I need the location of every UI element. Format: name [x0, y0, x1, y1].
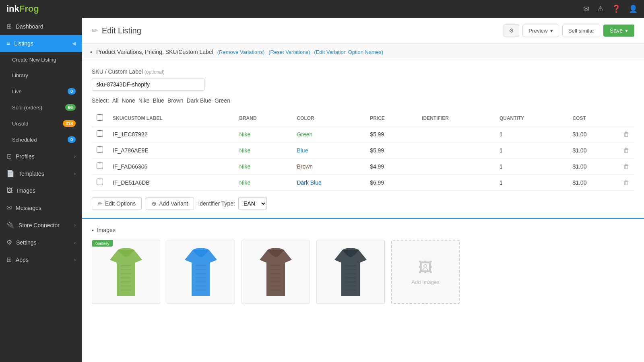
sidebar-item-label: Messages — [16, 205, 41, 211]
add-variant-button[interactable]: ⊕ Add Variant — [146, 197, 194, 210]
sidebar-item-label: Unsold — [12, 121, 28, 127]
delete-row-button[interactable]: 🗑 — [623, 179, 630, 186]
sku-input[interactable] — [92, 78, 204, 91]
table-row: IF_A786AE9E Nike Blue $5.99 1 $1.00 🗑 — [92, 142, 634, 158]
edit-names-link[interactable]: (Edit Variation Option Names) — [314, 49, 383, 55]
sidebar-item-label: Create New Listing — [12, 57, 56, 63]
edit-options-label: Edit Options — [105, 200, 136, 207]
plus-icon: ⊕ — [152, 200, 157, 207]
user-icon[interactable]: 👤 — [629, 4, 638, 13]
store-connector-icon: 🔌 — [6, 221, 14, 229]
col-color: COLOR — [292, 110, 365, 126]
image-card-2[interactable] — [242, 240, 310, 304]
brand-cell: Nike — [234, 158, 292, 175]
col-price: PRICE — [365, 110, 417, 126]
price-cell: $5.99 — [365, 126, 417, 142]
row-checkbox-1[interactable] — [97, 146, 103, 153]
mail-icon[interactable]: ✉ — [583, 4, 589, 13]
reset-variations-link[interactable]: (Reset Variations) — [268, 49, 310, 55]
images-section: ▪ Images Gallery — [82, 219, 644, 312]
sidebar: ⊞ Dashboard ≡ Listings ◀ Create New List… — [0, 18, 82, 362]
sidebar-item-label: Dashboard — [16, 23, 43, 30]
quantity-cell: 1 — [495, 126, 568, 142]
chevron-right-icon5: › — [74, 257, 76, 263]
preview-button[interactable]: Preview ▾ — [522, 25, 559, 37]
select-nike-link[interactable]: Nike — [138, 97, 150, 104]
gear-button[interactable]: ⚙ — [504, 24, 519, 37]
sidebar-item-label: Apps — [16, 257, 29, 263]
sidebar-item-live[interactable]: Live 0 — [0, 83, 82, 99]
identifier-type-label: Identifier Type: — [198, 200, 235, 207]
edit-options-button[interactable]: ✏ Edit Options — [92, 197, 142, 210]
brand-cell: Nike — [234, 142, 292, 158]
help-icon[interactable]: ❓ — [612, 4, 621, 13]
variations-title: Product Variations, Pricing, SKU/Custom … — [96, 49, 213, 55]
live-badge: 0 — [68, 88, 76, 95]
row-checkbox-2[interactable] — [97, 162, 103, 169]
save-button[interactable]: Save ▾ — [603, 25, 634, 37]
sidebar-item-messages[interactable]: ✉ Messages — [0, 199, 82, 216]
select-all-link[interactable]: All — [112, 97, 119, 104]
sidebar-item-settings[interactable]: ⚙ Settings › — [0, 234, 82, 251]
identifier-type-select[interactable]: EAN UPC ISBN — [238, 197, 267, 210]
brand-cell: Nike — [234, 126, 292, 142]
remove-variations-link[interactable]: (Remove Variations) — [217, 49, 265, 55]
sku-cell: IF_FAD66306 — [108, 158, 234, 175]
sidebar-item-unsold[interactable]: Unsold 318 — [0, 115, 82, 132]
page-title: Edit Listing — [102, 26, 504, 35]
variations-body: SKU / Custom Label (optional) Select: Al… — [82, 60, 644, 218]
table-row: IF_FAD66306 Nike Brown $4.99 1 $1.00 🗑 — [92, 158, 634, 175]
sidebar-item-sold-orders[interactable]: Sold (orders) 66 — [0, 99, 82, 115]
preview-label: Preview — [528, 28, 547, 34]
sell-similar-button[interactable]: Sell similar — [562, 25, 600, 37]
col-sku: SKU/CUSTOM LABEL — [108, 110, 234, 126]
alert-icon[interactable]: ⚠ — [597, 4, 604, 13]
variations-section-header: ▪ Product Variations, Pricing, SKU/Custo… — [82, 44, 644, 60]
sku-cell: IF_DE51A6DB — [108, 175, 234, 191]
add-images-card[interactable]: 🖼 Add Images — [391, 240, 460, 304]
col-identifier: IDENTIFIER — [417, 110, 495, 126]
sidebar-item-scheduled[interactable]: Scheduled 0 — [0, 132, 82, 148]
sidebar-item-create-new-listing[interactable]: Create New Listing — [0, 52, 82, 68]
cost-cell: $1.00 — [568, 142, 618, 158]
sidebar-item-store-connector[interactable]: 🔌 Store Connector › — [0, 216, 82, 234]
chevron-right-icon2: › — [74, 171, 76, 177]
save-dropdown-icon: ▾ — [625, 27, 628, 34]
select-row: Select: All None Nike Blue Brown Dark Bl… — [92, 97, 634, 104]
select-blue-link[interactable]: Blue — [153, 97, 164, 104]
col-quantity: QUANTITY — [495, 110, 568, 126]
main-layout: ⊞ Dashboard ≡ Listings ◀ Create New List… — [0, 18, 644, 362]
templates-icon: 📄 — [6, 170, 14, 177]
row-checkbox-3[interactable] — [97, 179, 103, 185]
select-green-link[interactable]: Green — [215, 97, 230, 104]
add-variant-label: Add Variant — [159, 200, 188, 207]
sidebar-item-apps[interactable]: ⊞ Apps › — [0, 251, 82, 268]
select-brown-link[interactable]: Brown — [167, 97, 184, 104]
sku-label: SKU / Custom Label (optional) — [92, 68, 634, 75]
image-card-1[interactable] — [167, 240, 235, 304]
quantity-cell: 1 — [495, 142, 568, 158]
table-actions: ✏ Edit Options ⊕ Add Variant Identifier … — [92, 197, 634, 210]
sidebar-item-listings[interactable]: ≡ Listings ◀ — [0, 35, 82, 52]
sidebar-item-images[interactable]: 🖼 Images — [0, 182, 82, 199]
delete-row-button[interactable]: 🗑 — [623, 131, 630, 138]
sidebar-item-templates[interactable]: 📄 Templates › — [0, 165, 82, 182]
sidebar-item-label: Store Connector — [19, 222, 60, 228]
row-checkbox-0[interactable] — [97, 130, 103, 137]
select-all-checkbox[interactable] — [97, 114, 103, 121]
quantity-cell: 1 — [495, 158, 568, 175]
image-card-0[interactable]: Gallery — [92, 240, 160, 304]
sidebar-item-profiles[interactable]: ⊡ Profiles › — [0, 148, 82, 165]
sidebar-item-label: Library — [12, 72, 28, 78]
delete-row-button[interactable]: 🗑 — [623, 147, 630, 154]
sidebar-item-label: Listings — [14, 40, 33, 47]
select-darkblue-link[interactable]: Dark Blue — [187, 97, 211, 104]
color-cell: Blue — [292, 142, 365, 158]
identifier-cell — [417, 175, 495, 191]
sidebar-item-dashboard[interactable]: ⊞ Dashboard — [0, 18, 82, 35]
delete-row-button[interactable]: 🗑 — [623, 163, 630, 170]
table-row: IF_1EC87922 Nike Green $5.99 1 $1.00 🗑 — [92, 126, 634, 142]
sidebar-item-library[interactable]: Library — [0, 68, 82, 83]
image-card-3[interactable] — [316, 240, 385, 304]
select-none-link[interactable]: None — [122, 97, 135, 104]
